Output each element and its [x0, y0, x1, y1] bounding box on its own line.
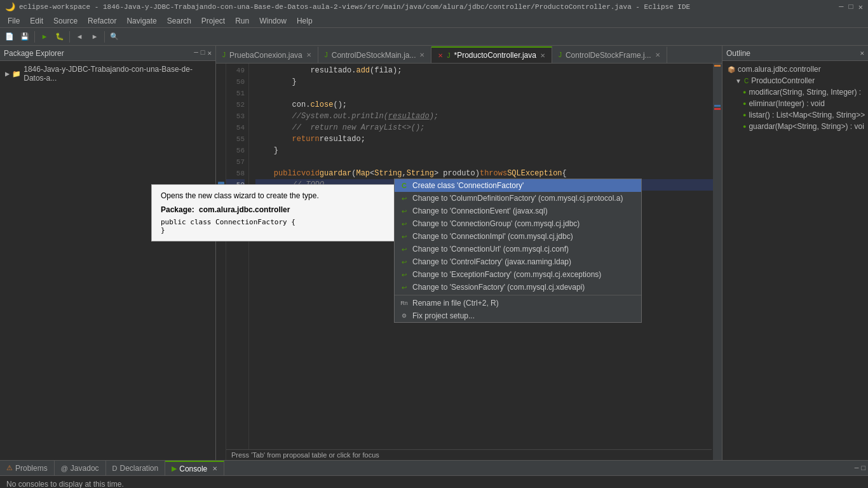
menu-edit[interactable]: Edit — [25, 14, 48, 28]
toolbar-save-button[interactable]: 💾 — [18, 30, 32, 44]
toolbar-run-button[interactable]: ▶ — [37, 30, 51, 44]
gutter-line-56 — [216, 145, 226, 156]
outline-method-modificar[interactable]: ● modificar(String, String, Integer) : — [722, 86, 868, 98]
tab-prueba-conexion[interactable]: J PruebaConexion.java ✕ — [216, 46, 318, 63]
bottom-minimize-icon[interactable]: ─ — [855, 464, 859, 472]
ac-label: Change to 'ConnectionEvent' (javax.sql) — [412, 207, 548, 215]
pe-close-icon[interactable]: ✕ — [207, 49, 212, 57]
change-icon: ↩ — [400, 194, 409, 203]
ac-item-connection-url[interactable]: ↩ Change to 'ConnectionUrl' (com.mysql.c… — [395, 243, 641, 255]
gutter-line-49 — [216, 65, 226, 76]
autocomplete-dropdown[interactable]: C Create class 'ConnectionFactory' ↩ Cha… — [394, 179, 642, 323]
menu-help[interactable]: Help — [292, 14, 318, 28]
tab-close-icon[interactable]: ✕ — [655, 51, 660, 58]
declaration-icon: D — [112, 464, 118, 472]
bottom-tab-javadoc[interactable]: @ Javadoc — [55, 461, 106, 476]
tab-close-active-icon[interactable]: ✕ — [540, 52, 545, 59]
overview-ruler — [713, 64, 722, 460]
toolbar-new-button[interactable]: 📄 — [3, 30, 17, 44]
bottom-tab-declaration[interactable]: D Declaration — [106, 461, 166, 476]
console-message: No consoles to display at this time. — [6, 480, 124, 488]
tab-close-icon[interactable]: ✕ — [419, 51, 424, 58]
console-close-icon[interactable]: ✕ — [212, 465, 217, 472]
pe-project-item[interactable]: ▶ 📁 1846-Java-y-JDBC-Trabajando-con-una-… — [0, 64, 215, 84]
menu-window[interactable]: Window — [254, 14, 292, 28]
change-icon: ↩ — [400, 270, 409, 279]
gutter-line-58 — [216, 168, 226, 179]
method-icon: ● — [743, 89, 746, 95]
code-line-57 — [255, 156, 713, 168]
pe-project-icon: 📁 — [12, 70, 21, 78]
outline-close-icon[interactable]: ✕ — [860, 49, 864, 57]
toolbar-back-button[interactable]: ◀ — [72, 30, 86, 44]
toolbar-search-button[interactable]: 🔍 — [107, 30, 121, 44]
change-icon: ↩ — [400, 207, 409, 215]
maximize-button[interactable]: □ — [849, 3, 853, 12]
menu-search[interactable]: Search — [162, 14, 196, 28]
title-bar-controls[interactable]: ─ □ ✕ — [839, 3, 863, 12]
ac-item-connection-impl[interactable]: ↩ Change to 'ConnectionImpl' (com.mysql.… — [395, 230, 641, 243]
outline-method-listar[interactable]: ● listar() : List<Map<String, String>> — [722, 109, 868, 121]
outline-method-guardar[interactable]: ● guardar(Map<String, String>) : voi — [722, 121, 868, 132]
ac-item-fix-project[interactable]: ⚙ Fix project setup... — [395, 309, 641, 322]
tab-control-stock-main[interactable]: J ControlDeStockMain.ja... ✕ — [318, 46, 432, 63]
toolbar-separator-3 — [104, 31, 105, 43]
ac-item-control-factory[interactable]: ↩ Change to 'ControlFactory' (javax.nami… — [395, 255, 641, 268]
class-icon: C — [744, 78, 749, 85]
ac-item-create-class[interactable]: C Create class 'ConnectionFactory' — [395, 179, 641, 192]
tooltip-code-preview: public class ConnectionFactory { } — [161, 218, 390, 234]
ac-item-connection-group[interactable]: ↩ Change to 'ConnectionGroup' (com.mysql… — [395, 217, 641, 230]
line-numbers: 49 50 51 52 53 54 55 56 57 58 59 60 — [226, 64, 249, 460]
outline-package-item[interactable]: 📦 com.alura.jdbc.controller — [722, 64, 868, 75]
ac-item-exception-factory[interactable]: ↩ Change to 'ExceptionFactory' (com.mysq… — [395, 268, 641, 281]
menu-file[interactable]: File — [3, 14, 25, 28]
tab-label: ControlDeStockFrame.j... — [566, 51, 651, 60]
menu-navigate[interactable]: Navigate — [121, 14, 161, 28]
pe-project-label: 1846-Java-y-JDBC-Trabajando-con-una-Base… — [24, 65, 210, 83]
ruler-mark-error — [714, 108, 721, 110]
gutter-line-50 — [216, 76, 226, 88]
change-icon: ↩ — [400, 245, 409, 254]
code-line-49: resultado.add(fila); — [255, 65, 713, 76]
ac-item-connection-event[interactable]: ↩ Change to 'ConnectionEvent' (javax.sql… — [395, 205, 641, 217]
code-line-54: // return new ArrayList<>(); — [255, 122, 713, 133]
hover-tooltip: Opens the new class wizard to create the… — [151, 184, 399, 241]
code-line-55: return resultado; — [255, 133, 713, 145]
tooltip-pkg-value: com.alura.jdbc.controller — [199, 205, 290, 214]
close-button[interactable]: ✕ — [858, 3, 863, 12]
console-content: No consoles to display at this time. — [0, 476, 868, 488]
package-explorer-controls: ─ □ ✕ — [194, 49, 212, 57]
tab-control-stock-frame[interactable]: J ControlDeStockFrame.j... ✕ — [552, 46, 667, 63]
change-icon: ↩ — [400, 283, 409, 292]
ac-item-session-factory[interactable]: ↩ Change to 'SessionFactory' (com.mysql.… — [395, 281, 641, 294]
tab-label: ControlDeStockMain.ja... — [332, 51, 416, 60]
bottom-tab-problems[interactable]: ⚠ Problems — [0, 461, 55, 476]
menu-run[interactable]: Run — [230, 14, 254, 28]
toolbar-debug-button[interactable]: 🐛 — [53, 30, 67, 44]
ac-item-column-def-factory[interactable]: ↩ Change to 'ColumnDefinitionFactory' (c… — [395, 192, 641, 205]
code-line-58: public void guardar(Map<String,String> p… — [255, 168, 713, 179]
tab-label: *ProductoController.java — [454, 51, 536, 60]
minimize-button[interactable]: ─ — [839, 3, 843, 12]
outline-class-item[interactable]: ▼ C ProductoController — [722, 75, 868, 86]
tab-close-icon[interactable]: ✕ — [306, 51, 311, 58]
tab-java-icon: J — [447, 52, 450, 59]
class-collapse-icon: ▼ — [735, 78, 742, 85]
outline-method-eliminar[interactable]: ● eliminar(Integer) : void — [722, 98, 868, 109]
title-bar-left: 🌙 eclipse-workspace - 1846-Java-y-JDBC-T… — [5, 2, 690, 12]
bottom-tab-console[interactable]: ▶ Console ✕ — [165, 461, 224, 476]
menu-source[interactable]: Source — [48, 14, 83, 28]
gutter-line-57 — [216, 156, 226, 168]
bottom-maximize-icon[interactable]: □ — [861, 464, 865, 472]
tab-label: PruebaConexion.java — [229, 51, 302, 60]
toolbar-forward-button[interactable]: ▶ — [88, 30, 102, 44]
javadoc-icon: @ — [61, 464, 68, 472]
menu-refactor[interactable]: Refactor — [83, 14, 121, 28]
menu-project[interactable]: Project — [196, 14, 230, 28]
pe-maximize-icon[interactable]: □ — [201, 49, 205, 57]
ac-label: Change to 'ConnectionImpl' (com.mysql.cj… — [412, 232, 573, 241]
pe-minimize-icon[interactable]: ─ — [194, 49, 198, 57]
tab-producto-controller[interactable]: ✕ J *ProductoController.java ✕ — [431, 46, 552, 63]
ac-item-rename[interactable]: Rn Rename in file (Ctrl+2, R) — [395, 297, 641, 309]
create-class-icon: C — [400, 181, 409, 190]
